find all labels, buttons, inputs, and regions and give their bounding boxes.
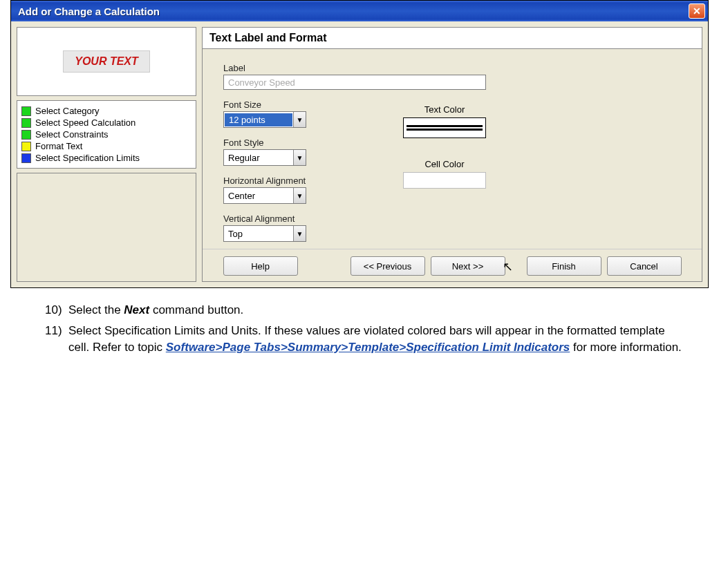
step-color-icon bbox=[21, 130, 31, 140]
cancel-button[interactable]: Cancel bbox=[607, 256, 682, 276]
cursor-icon: ↖ bbox=[503, 259, 513, 278]
valign-group: Vertical Alignment Top ▼ bbox=[223, 214, 375, 242]
halign-group: Horizontal Alignment Center ▼ bbox=[223, 176, 375, 204]
instructions: 10) Select the Next command button. 11) … bbox=[10, 288, 709, 366]
step-item[interactable]: Select Speed Calculation bbox=[20, 117, 193, 129]
step-label: Select Constraints bbox=[35, 129, 109, 140]
fontsize-combo[interactable]: 12 points ▼ bbox=[223, 111, 306, 128]
label-field-group: Label bbox=[223, 63, 375, 90]
cellcolor-swatch[interactable] bbox=[403, 172, 486, 189]
instruction-number: 10) bbox=[45, 302, 68, 319]
instruction-item: 11) Select Specification Limits and Unit… bbox=[45, 323, 688, 356]
valign-combo[interactable]: Top ▼ bbox=[223, 225, 306, 242]
chevron-down-icon: ▼ bbox=[293, 112, 306, 127]
previous-button[interactable]: << Previous bbox=[351, 256, 425, 276]
finish-button[interactable]: Finish bbox=[527, 256, 601, 276]
spec-limit-link[interactable]: Software>Page Tabs>Summary>Template>Spec… bbox=[166, 341, 570, 354]
instruction-text: Select the Next command button. bbox=[68, 302, 243, 319]
step-color-icon bbox=[21, 153, 31, 163]
fontsize-group: Font Size 12 points ▼ bbox=[223, 99, 375, 128]
form-column: Label Font Size 12 points ▼ Font Style bbox=[223, 63, 375, 242]
next-button-label: Next >> bbox=[452, 261, 484, 272]
cellcolor-label: Cell Color bbox=[403, 159, 486, 169]
panel-content: Label Font Size 12 points ▼ Font Style bbox=[203, 49, 702, 249]
cellcolor-group: Cell Color bbox=[403, 159, 486, 189]
step-label: Select Speed Calculation bbox=[35, 117, 136, 128]
fontstyle-value: Regular bbox=[224, 151, 264, 164]
fontstyle-combo[interactable]: Regular ▼ bbox=[223, 149, 306, 166]
step-color-icon bbox=[21, 106, 31, 116]
textcolor-swatch[interactable] bbox=[403, 117, 486, 138]
step-item[interactable]: Select Specification Limits bbox=[20, 152, 193, 164]
steps-list: Select Category Select Speed Calculation… bbox=[17, 100, 196, 169]
halign-combo[interactable]: Center ▼ bbox=[223, 187, 306, 204]
dialog-body: YOUR TEXT Select Category Select Speed C… bbox=[11, 21, 708, 287]
swatch-line bbox=[407, 129, 483, 131]
halign-label: Horizontal Alignment bbox=[223, 176, 375, 186]
valign-value: Top bbox=[224, 227, 247, 240]
step-label: Select Specification Limits bbox=[35, 153, 140, 163]
titlebar-text: Add or Change a Calculation bbox=[18, 6, 160, 17]
swatch-line bbox=[407, 125, 483, 127]
textcolor-group: Text Color bbox=[403, 104, 486, 138]
valign-label: Vertical Alignment bbox=[223, 214, 375, 224]
close-button[interactable]: ✕ bbox=[689, 3, 705, 19]
close-icon: ✕ bbox=[693, 6, 701, 17]
panel-title: Text Label and Format bbox=[203, 28, 702, 49]
step-color-icon bbox=[21, 142, 31, 151]
instruction-number: 11) bbox=[45, 323, 68, 356]
empty-panel bbox=[17, 173, 196, 282]
right-column: Text Label and Format Label Font Size 12… bbox=[202, 27, 702, 282]
textcolor-label: Text Color bbox=[403, 104, 486, 115]
instruction-item: 10) Select the Next command button. bbox=[45, 302, 688, 319]
left-column: YOUR TEXT Select Category Select Speed C… bbox=[17, 27, 196, 282]
fontstyle-label: Font Style bbox=[223, 137, 375, 148]
calculation-dialog: Add or Change a Calculation ✕ YOUR TEXT … bbox=[10, 0, 709, 288]
chevron-down-icon: ▼ bbox=[293, 226, 306, 241]
step-label: Select Category bbox=[35, 106, 100, 116]
label-field-label: Label bbox=[223, 63, 375, 73]
step-item[interactable]: Select Category bbox=[20, 105, 193, 117]
step-color-icon bbox=[21, 118, 31, 128]
fontstyle-group: Font Style Regular ▼ bbox=[223, 137, 375, 166]
halign-value: Center bbox=[224, 189, 259, 202]
fontsize-value: 12 points bbox=[225, 113, 292, 126]
preview-text: YOUR TEXT bbox=[63, 50, 150, 73]
fontsize-label: Font Size bbox=[223, 99, 375, 110]
titlebar[interactable]: Add or Change a Calculation ✕ bbox=[11, 1, 708, 21]
next-button[interactable]: Next >> bbox=[431, 256, 505, 276]
instruction-text: Select Specification Limits and Units. I… bbox=[68, 323, 688, 356]
chevron-down-icon: ▼ bbox=[293, 188, 306, 203]
chevron-down-icon: ▼ bbox=[293, 150, 306, 165]
preview-box: YOUR TEXT bbox=[17, 27, 196, 96]
button-row: Help << Previous Next >> ↖ Finish Cancel bbox=[203, 249, 702, 281]
step-label: Format Text bbox=[35, 141, 82, 151]
color-column: Text Color Cell Color bbox=[403, 63, 486, 242]
step-item[interactable]: Select Constraints bbox=[20, 129, 193, 140]
help-button[interactable]: Help bbox=[223, 256, 298, 276]
step-item[interactable]: Format Text bbox=[20, 140, 193, 152]
